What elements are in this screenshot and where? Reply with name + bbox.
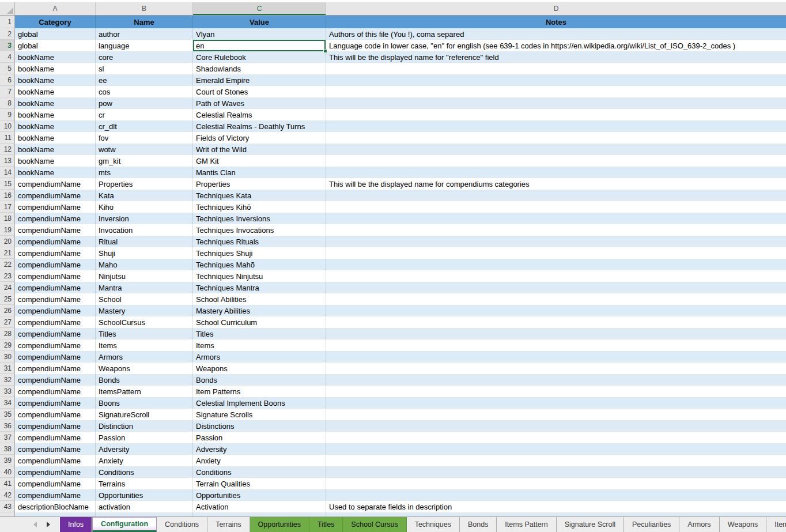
- cell-c5[interactable]: Shadowlands: [193, 63, 326, 74]
- cell-b2[interactable]: author: [96, 28, 193, 40]
- cell-c2[interactable]: Vlyan: [193, 28, 326, 40]
- cell-b6[interactable]: ee: [96, 74, 193, 86]
- cell-c14[interactable]: Mantis Clan: [193, 167, 326, 178]
- cell-b28[interactable]: Titles: [96, 328, 193, 339]
- cell-d5[interactable]: [326, 63, 786, 74]
- cell-b20[interactable]: Ritual: [96, 236, 193, 247]
- cell-d22[interactable]: [326, 259, 786, 270]
- cell-b13[interactable]: gm_kit: [96, 155, 193, 167]
- row-number-28[interactable]: 28: [0, 328, 15, 339]
- cell-a44-partial[interactable]: [15, 512, 96, 516]
- cell-a41[interactable]: compendiumName: [15, 478, 96, 489]
- sheet-tab-techniques[interactable]: Techniques: [407, 517, 460, 532]
- cell-a9[interactable]: bookName: [15, 109, 96, 120]
- cell-b41[interactable]: Terrains: [96, 478, 193, 489]
- cell-a10[interactable]: bookName: [15, 120, 96, 132]
- row-number-27[interactable]: 27: [0, 316, 15, 328]
- cell-c37[interactable]: Passion: [193, 432, 326, 443]
- row-number-8[interactable]: 8: [0, 97, 15, 109]
- cell-a21[interactable]: compendiumName: [15, 247, 96, 259]
- cell-d35[interactable]: [326, 409, 786, 420]
- cell-b40[interactable]: Conditions: [96, 466, 193, 478]
- row-number-23[interactable]: 23: [0, 270, 15, 282]
- row-number-11[interactable]: 11: [0, 132, 15, 144]
- cell-a14[interactable]: bookName: [15, 167, 96, 178]
- cell-d7[interactable]: [326, 86, 786, 97]
- row-number-2[interactable]: 2: [0, 28, 15, 40]
- row-number-21[interactable]: 21: [0, 247, 15, 259]
- cell-c36[interactable]: Distinctions: [193, 420, 326, 432]
- cell-d36[interactable]: [326, 420, 786, 432]
- cell-d8[interactable]: [326, 97, 786, 109]
- cell-c26[interactable]: Mastery Abilities: [193, 305, 326, 316]
- fill-handle[interactable]: [323, 49, 327, 53]
- cell-b15[interactable]: Properties: [96, 178, 193, 190]
- cell-b26[interactable]: Mastery: [96, 305, 193, 316]
- row-number-7[interactable]: 7: [0, 86, 15, 97]
- cell-c19[interactable]: Techniques Invocations: [193, 224, 326, 236]
- cell-c3[interactable]: en: [193, 40, 326, 51]
- cell-c35[interactable]: Signature Scrolls: [193, 409, 326, 420]
- cell-b18[interactable]: Inversion: [96, 213, 193, 224]
- cell-c23[interactable]: Techniques Ninjutsu: [193, 270, 326, 282]
- column-header-c[interactable]: C: [193, 2, 326, 15]
- cell-a29[interactable]: compendiumName: [15, 339, 96, 351]
- cell-b42[interactable]: Opportunities: [96, 489, 193, 501]
- cell-d25[interactable]: [326, 293, 786, 305]
- sheet-tab-signature-scroll[interactable]: Signature Scroll: [557, 517, 624, 532]
- cell-d42[interactable]: [326, 489, 786, 501]
- row-number-40[interactable]: 40: [0, 466, 15, 478]
- cell-a36[interactable]: compendiumName: [15, 420, 96, 432]
- cell-b29[interactable]: Items: [96, 339, 193, 351]
- cell-d20[interactable]: [326, 236, 786, 247]
- row-number-37[interactable]: 37: [0, 432, 15, 443]
- cell-a8[interactable]: bookName: [15, 97, 96, 109]
- cell-a18[interactable]: compendiumName: [15, 213, 96, 224]
- cell-c13[interactable]: GM Kit: [193, 155, 326, 167]
- row-number-10[interactable]: 10: [0, 120, 15, 132]
- row-number-35[interactable]: 35: [0, 409, 15, 420]
- cell-d39[interactable]: [326, 455, 786, 466]
- row-number-39[interactable]: 39: [0, 455, 15, 466]
- cell-c42[interactable]: Opportunities: [193, 489, 326, 501]
- cell-d44-partial[interactable]: [326, 512, 786, 516]
- row-number-17[interactable]: 17: [0, 201, 15, 213]
- cell-a32[interactable]: compendiumName: [15, 374, 96, 386]
- cell-c39[interactable]: Anxiety: [193, 455, 326, 466]
- sheet-tab-infos[interactable]: Infos: [59, 517, 92, 532]
- cell-c4[interactable]: Core Rulebook: [193, 51, 326, 63]
- sheet-tab-opportunities[interactable]: Opportunities: [250, 517, 309, 532]
- cell-d18[interactable]: [326, 213, 786, 224]
- cell-a20[interactable]: compendiumName: [15, 236, 96, 247]
- cell-b3[interactable]: language: [96, 40, 193, 51]
- cell-c32[interactable]: Bonds: [193, 374, 326, 386]
- cell-a25[interactable]: compendiumName: [15, 293, 96, 305]
- cell-a16[interactable]: compendiumName: [15, 190, 96, 201]
- cell-a7[interactable]: bookName: [15, 86, 96, 97]
- row-number-29[interactable]: 29: [0, 339, 15, 351]
- cell-d40[interactable]: [326, 466, 786, 478]
- cell-b36[interactable]: Distinction: [96, 420, 193, 432]
- row-number-32[interactable]: 32: [0, 374, 15, 386]
- cell-a30[interactable]: compendiumName: [15, 351, 96, 363]
- cell-d37[interactable]: [326, 432, 786, 443]
- cell-a35[interactable]: compendiumName: [15, 409, 96, 420]
- cell-a42[interactable]: compendiumName: [15, 489, 96, 501]
- cell-b21[interactable]: Shuji: [96, 247, 193, 259]
- cell-a23[interactable]: compendiumName: [15, 270, 96, 282]
- cell-c22[interactable]: Techniques Mahõ: [193, 259, 326, 270]
- cell-d11[interactable]: [326, 132, 786, 144]
- cell-d26[interactable]: [326, 305, 786, 316]
- sheet-tab-conditions[interactable]: Conditions: [157, 517, 207, 532]
- cell-d2[interactable]: Authors of this file (You !), coma separ…: [326, 28, 786, 40]
- scroll-sheets-left-icon[interactable]: [33, 522, 37, 527]
- cell-c15[interactable]: Properties: [193, 178, 326, 190]
- row-number-42[interactable]: 42: [0, 489, 15, 501]
- cell-b38[interactable]: Adversity: [96, 443, 193, 455]
- cell-c21[interactable]: Techniques Shuji: [193, 247, 326, 259]
- row-number-44-partial[interactable]: [0, 512, 15, 516]
- row-number-41[interactable]: 41: [0, 478, 15, 489]
- cell-a31[interactable]: compendiumName: [15, 363, 96, 374]
- cell-d34[interactable]: [326, 397, 786, 409]
- cell-d13[interactable]: [326, 155, 786, 167]
